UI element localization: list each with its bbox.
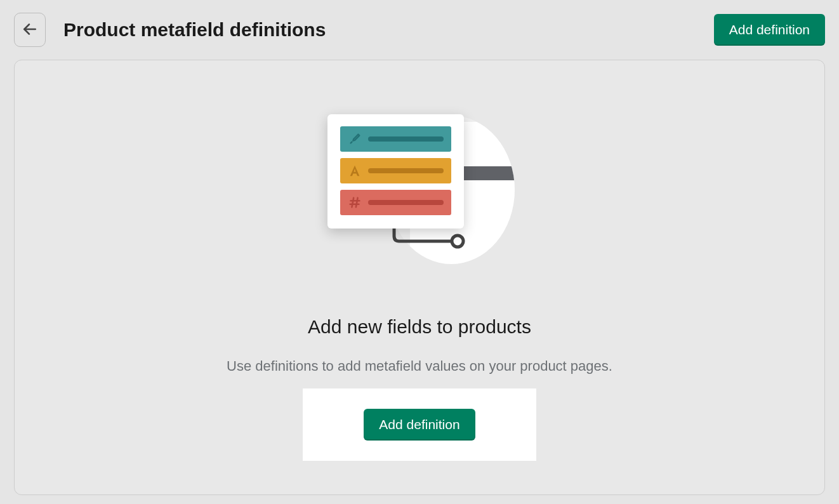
fields-card-icon [327, 114, 464, 229]
empty-state-heading: Add new fields to products [308, 316, 531, 338]
connector-icon [391, 227, 467, 253]
add-definition-button[interactable]: Add definition [714, 14, 825, 46]
svg-line-5 [356, 198, 358, 208]
arrow-left-icon [22, 21, 38, 39]
page-title: Product metafield definitions [63, 19, 696, 41]
back-button[interactable] [14, 13, 46, 47]
add-definition-button-empty[interactable]: Add definition [364, 409, 475, 441]
page-header: Product metafield definitions Add defini… [0, 0, 839, 60]
svg-point-1 [452, 235, 463, 247]
hash-icon [348, 196, 362, 209]
eyedropper-icon [348, 132, 362, 146]
empty-state-subtext: Use definitions to add metafield values … [227, 358, 612, 375]
empty-state-card: Add new fields to products Use definitio… [14, 60, 825, 495]
empty-state-illustration [327, 114, 512, 273]
empty-state-button-container: Add definition [303, 388, 536, 461]
svg-line-4 [352, 198, 353, 208]
text-type-icon [348, 164, 362, 178]
